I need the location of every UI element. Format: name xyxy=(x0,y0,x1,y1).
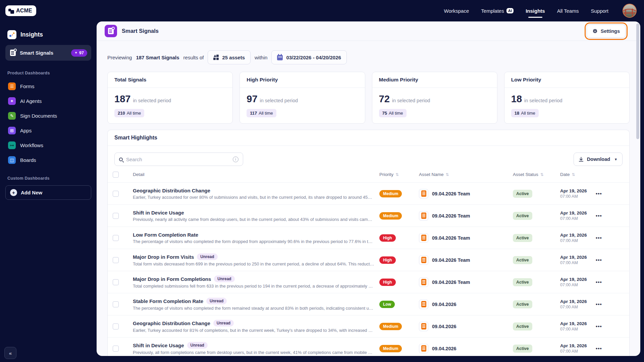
column-priority[interactable]: Priority⇅ xyxy=(379,172,419,177)
row-checkbox[interactable] xyxy=(113,301,119,307)
row-checkbox[interactable] xyxy=(113,323,119,329)
nav-all-teams[interactable]: All Teams xyxy=(557,5,579,17)
table-body: Geographic Distribution Change Earlier, … xyxy=(108,183,629,356)
signal-description: Total form visits decreased from 699 in … xyxy=(133,261,374,266)
form-asset-icon xyxy=(419,211,428,221)
smart-signals-page-icon xyxy=(105,25,117,37)
sidebar-item-ai-agents[interactable]: ✦ AI Agents xyxy=(5,94,91,108)
stat-value: 187 xyxy=(114,94,130,104)
alltime-badge: 18All time xyxy=(511,109,539,117)
row-checkbox[interactable] xyxy=(113,279,119,285)
section-product-dashboards: Product Dashboards xyxy=(5,71,91,75)
table-row[interactable]: Shift in Device Usage Unread Previously,… xyxy=(108,338,629,356)
table-row[interactable]: Low Form Completion Rate The percentage … xyxy=(108,227,629,249)
signal-title: Shift in Device Usage xyxy=(133,210,184,216)
sidebar-item-apps[interactable]: ⊞ Apps xyxy=(5,123,91,138)
sign-documents-icon: ✎ xyxy=(8,112,16,120)
settings-button[interactable]: Settings xyxy=(587,24,626,38)
column-asset-name[interactable]: Asset Name⇅ xyxy=(419,172,513,177)
sort-icon: ⇅ xyxy=(446,172,449,177)
date-cell: Apr 19, 2026 07:00 AM xyxy=(560,321,596,331)
search-icon xyxy=(119,158,123,161)
status-badge: Active xyxy=(513,278,532,286)
row-actions-button[interactable]: ••• xyxy=(596,257,618,263)
column-date[interactable]: Date⇅ xyxy=(560,172,596,177)
table-row[interactable]: Major Drop in Form Completions Unread To… xyxy=(108,271,629,293)
info-icon[interactable]: i xyxy=(233,157,238,162)
row-checkbox[interactable] xyxy=(113,346,119,352)
page-header: Smart Signals Settings xyxy=(97,21,640,41)
sidebar-item-forms[interactable]: ☰ Forms xyxy=(5,79,91,94)
date-value: Apr 19, 2026 xyxy=(560,321,596,326)
sparkle-icon: ✦ xyxy=(74,51,77,55)
asset-name: 09.04.2026 Team xyxy=(432,191,470,196)
smart-highlights-card: Smart Highlights i Download ▼ Detail Pri… xyxy=(107,130,630,356)
row-checkbox[interactable] xyxy=(113,213,119,219)
signal-description: The percentage of visitors who completed… xyxy=(133,306,374,311)
date-value: Apr 19, 2026 xyxy=(560,255,596,260)
date-cell: Apr 19, 2026 07:00 AM xyxy=(560,255,596,265)
smart-signals-icon xyxy=(10,50,16,56)
acme-logo[interactable]: ACME xyxy=(5,5,36,16)
row-checkbox[interactable] xyxy=(113,257,119,263)
panel-scrollbar[interactable] xyxy=(636,23,639,139)
select-all-checkbox[interactable] xyxy=(113,172,119,178)
table-row[interactable]: Major Drop in Form Visits Unread Total f… xyxy=(108,249,629,271)
sidebar-collapse-button[interactable]: « xyxy=(4,347,16,359)
alltime-badge: 75All time xyxy=(379,109,407,117)
nav-support[interactable]: Support xyxy=(591,5,608,17)
signal-title: Stable Form Completion Rate xyxy=(133,298,203,304)
status-badge: Active xyxy=(513,234,532,242)
row-actions-button[interactable]: ••• xyxy=(596,213,618,219)
add-new-button[interactable]: + Add New xyxy=(5,185,91,200)
nav-workspace[interactable]: Workspace xyxy=(444,5,469,17)
date-value: Apr 19, 2026 xyxy=(560,277,596,282)
download-button[interactable]: Download ▼ xyxy=(574,153,623,166)
column-asset-status[interactable]: Asset Status⇅ xyxy=(513,172,560,177)
nav-templates[interactable]: Templates AI xyxy=(481,5,514,17)
priority-badge: Medium xyxy=(379,212,402,220)
sidebar-item-smart-signals[interactable]: Smart Signals ✦ 97 xyxy=(5,45,91,61)
priority-badge: Medium xyxy=(379,190,402,197)
user-avatar[interactable] xyxy=(623,4,637,18)
asset-cell: 09.04.2026 Team xyxy=(419,278,513,287)
signal-description: Total completed submissions fell from 63… xyxy=(133,284,374,289)
table-header: Detail Priority⇅ Asset Name⇅ Asset Statu… xyxy=(108,167,629,183)
sidebar-header: Insights xyxy=(5,30,91,39)
row-checkbox[interactable] xyxy=(113,191,119,197)
table-row[interactable]: Shift in Device Usage Previously, nearly… xyxy=(108,205,629,227)
table-row[interactable]: Geographic Distribution Change Unread Ea… xyxy=(108,315,629,338)
search-input[interactable] xyxy=(126,157,229,162)
date-cell: Apr 19, 2026 07:00 AM xyxy=(560,299,596,309)
row-actions-button[interactable]: ••• xyxy=(596,301,618,307)
row-actions-button[interactable]: ••• xyxy=(596,346,618,351)
status-badge: Active xyxy=(513,345,532,353)
date-cell: Apr 19, 2026 07:00 AM xyxy=(560,343,596,354)
unread-badge: Unread xyxy=(213,320,234,326)
row-actions-button[interactable]: ••• xyxy=(596,323,618,329)
time-value: 07:00 AM xyxy=(560,327,596,331)
sidebar-item-sign-documents[interactable]: ✎ Sign Documents xyxy=(5,108,91,123)
date-range-button[interactable]: 03/22/2026 - 04/20/2026 xyxy=(271,50,346,64)
signal-title: Geographic Distribution Change xyxy=(133,188,210,193)
row-actions-button[interactable]: ••• xyxy=(596,191,618,196)
page-title: Smart Signals xyxy=(122,28,587,34)
row-actions-button[interactable]: ••• xyxy=(596,235,618,241)
table-row[interactable]: Stable Form Completion Rate Unread The p… xyxy=(108,293,629,315)
table-row[interactable]: Geographic Distribution Change Earlier, … xyxy=(108,183,629,205)
asset-cell: 09.04.2026 Team xyxy=(419,211,513,221)
chevron-down-icon: ▼ xyxy=(614,158,618,161)
search-box[interactable]: i xyxy=(114,153,243,166)
row-checkbox[interactable] xyxy=(113,235,119,241)
row-actions-button[interactable]: ••• xyxy=(596,279,618,285)
sidebar-item-boards[interactable]: ◫ Boards xyxy=(5,153,91,167)
date-cell: Apr 19, 2026 07:00 AM xyxy=(560,210,596,221)
insights-icon xyxy=(7,30,16,39)
nav-insights[interactable]: Insights xyxy=(526,5,545,17)
workflows-icon: ⊶ xyxy=(8,141,16,149)
priority-badge: Low xyxy=(379,301,395,308)
sidebar-item-workflows[interactable]: ⊶ Workflows xyxy=(5,138,91,153)
assets-filter-button[interactable]: 25 assets xyxy=(208,50,251,64)
gear-icon xyxy=(592,28,598,34)
form-asset-icon xyxy=(419,255,428,265)
